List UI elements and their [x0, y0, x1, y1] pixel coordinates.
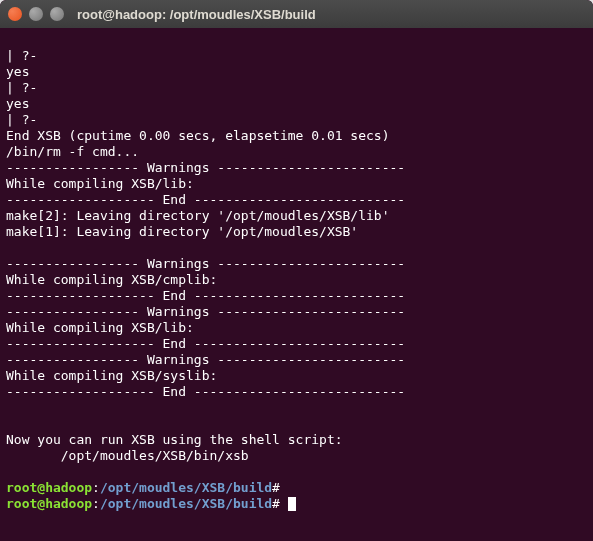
terminal-line: make[1]: Leaving directory '/opt/moudles… [6, 224, 358, 239]
terminal-line: End XSB (cputime 0.00 secs, elapsetime 0… [6, 128, 390, 143]
terminal-line: | ?- [6, 80, 37, 95]
close-icon[interactable] [8, 7, 22, 21]
prompt-line-1: root@hadoop:/opt/moudles/XSB/build# [6, 480, 280, 495]
terminal-line: ------------------- End ----------------… [6, 384, 405, 399]
terminal-line: ----------------- Warnings -------------… [6, 256, 405, 271]
terminal-line: /bin/rm -f cmd... [6, 144, 139, 159]
cursor-icon [288, 497, 296, 511]
terminal-line: ----------------- Warnings -------------… [6, 160, 405, 175]
terminal-line: ------------------- End ----------------… [6, 192, 405, 207]
terminal-line: Now you can run XSB using the shell scri… [6, 432, 343, 447]
terminal-line: ----------------- Warnings -------------… [6, 304, 405, 319]
prompt-user-host: root@hadoop [6, 480, 92, 495]
terminal-line: yes [6, 64, 29, 79]
prompt-path: /opt/moudles/XSB/build [100, 496, 272, 511]
window-title: root@hadoop: /opt/moudles/XSB/build [77, 7, 316, 22]
terminal-line: yes [6, 96, 29, 111]
terminal-window: root@hadoop: /opt/moudles/XSB/build | ?-… [0, 0, 593, 541]
prompt-user-host: root@hadoop [6, 496, 92, 511]
terminal-line: ------------------- End ----------------… [6, 288, 405, 303]
prompt-line-2: root@hadoop:/opt/moudles/XSB/build# [6, 496, 296, 511]
terminal-line: /opt/moudles/XSB/bin/xsb [6, 448, 249, 463]
prompt-sep: : [92, 480, 100, 495]
titlebar[interactable]: root@hadoop: /opt/moudles/XSB/build [0, 0, 593, 28]
minimize-icon[interactable] [29, 7, 43, 21]
terminal-line: make[2]: Leaving directory '/opt/moudles… [6, 208, 390, 223]
terminal-line: While compiling XSB/lib: [6, 320, 194, 335]
terminal-line: While compiling XSB/syslib: [6, 368, 217, 383]
prompt-end: # [272, 496, 280, 511]
terminal-line: | ?- [6, 48, 37, 63]
terminal-line: ----------------- Warnings -------------… [6, 352, 405, 367]
terminal-line: While compiling XSB/cmplib: [6, 272, 217, 287]
terminal-line: | ?- [6, 112, 37, 127]
maximize-icon[interactable] [50, 7, 64, 21]
terminal-line: While compiling XSB/lib: [6, 176, 194, 191]
prompt-path: /opt/moudles/XSB/build [100, 480, 272, 495]
prompt-end: # [272, 480, 280, 495]
terminal-body[interactable]: | ?- yes | ?- yes | ?- End XSB (cputime … [0, 28, 593, 541]
prompt-sep: : [92, 496, 100, 511]
terminal-line: ------------------- End ----------------… [6, 336, 405, 351]
